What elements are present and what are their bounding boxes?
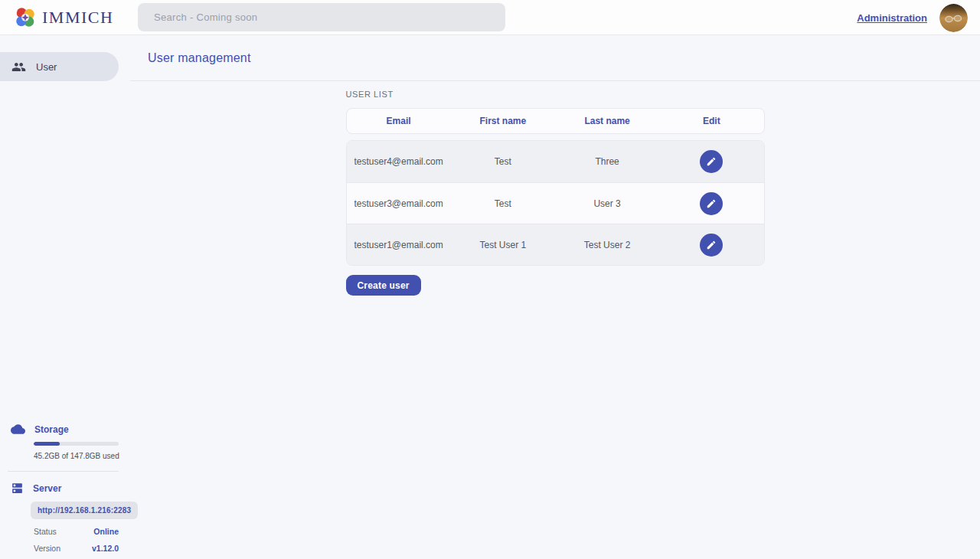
cell-first-name: Test (451, 198, 555, 209)
cell-last-name: Test User 2 (555, 240, 659, 250)
column-header-last-name: Last name (555, 116, 659, 126)
search-input[interactable] (138, 3, 505, 31)
server-version-row: Version v1.12.0 (34, 544, 119, 553)
create-user-button[interactable]: Create user (346, 275, 421, 296)
user-table: testuser4@email.com Test Three (346, 140, 765, 266)
storage-label: Storage (34, 424, 69, 435)
pencil-icon (706, 156, 717, 167)
brand: IMMICH (14, 0, 113, 35)
brand-name: IMMICH (42, 8, 113, 28)
topbar: IMMICH Administration (0, 0, 980, 35)
sidebar-item-label: User (36, 61, 57, 73)
table-row: testuser1@email.com Test User 1 Test Use… (347, 224, 764, 265)
immich-admin-screen: IMMICH Administration (0, 0, 980, 559)
cell-email: testuser4@email.com (347, 156, 451, 167)
user-list-section: USER LIST Email First name Last name Edi… (346, 90, 765, 296)
administration-link[interactable]: Administration (857, 12, 927, 24)
edit-user-button[interactable] (700, 192, 723, 215)
cell-first-name: Test (451, 156, 555, 167)
server-section-header: Server (0, 482, 130, 495)
group-icon (11, 60, 26, 74)
footer-divider (8, 471, 119, 472)
cell-email: testuser3@email.com (347, 198, 451, 209)
cell-first-name: Test User 1 (451, 240, 555, 250)
edit-user-button[interactable] (700, 150, 723, 173)
table-header-row: Email First name Last name Edit (346, 108, 765, 134)
cell-email: testuser1@email.com (347, 240, 451, 250)
cell-last-name: Three (555, 156, 659, 167)
topbar-right: Administration (857, 0, 968, 35)
pencil-icon (706, 240, 717, 250)
column-header-email: Email (347, 116, 451, 126)
user-avatar[interactable] (939, 4, 968, 32)
main-panel: User management USER LIST Email First na… (130, 35, 980, 559)
status-label: Status (34, 527, 57, 536)
pencil-icon (706, 198, 717, 209)
status-value: Online (93, 527, 119, 536)
storage-progress-fill (34, 442, 60, 446)
server-url-chip: http://192.168.1.216:2283 (31, 502, 138, 519)
table-row: testuser4@email.com Test Three (347, 141, 764, 182)
server-label: Server (33, 483, 61, 494)
cell-last-name: User 3 (555, 198, 659, 209)
sidebar-footer: Storage 45.2GB of 147.8GB used Server ht… (0, 422, 130, 553)
version-label: Version (34, 544, 60, 553)
storage-section-header: Storage (0, 422, 130, 436)
section-label: USER LIST (346, 90, 765, 99)
immich-logo-icon (14, 6, 37, 29)
edit-user-button[interactable] (700, 234, 723, 257)
column-header-edit: Edit (659, 116, 763, 126)
page-header: User management (130, 35, 980, 81)
page-title: User management (148, 51, 251, 65)
table-row: testuser3@email.com Test User 3 (347, 182, 764, 224)
sidebar: User Storage 45.2GB of 147.8GB used (0, 35, 130, 559)
storage-usage-text: 45.2GB of 147.8GB used (34, 452, 130, 460)
storage-progress-bar (34, 442, 119, 446)
server-icon (11, 482, 24, 495)
server-status-row: Status Online (34, 527, 119, 536)
column-header-first-name: First name (451, 116, 555, 126)
version-value: v1.12.0 (92, 544, 119, 553)
cloud-icon (11, 422, 25, 436)
sidebar-item-user[interactable]: User (0, 52, 119, 81)
